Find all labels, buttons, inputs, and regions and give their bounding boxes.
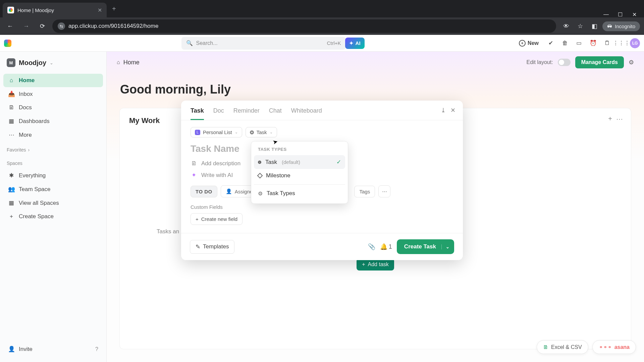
trash-icon[interactable]: 🗑 bbox=[559, 38, 570, 49]
eye-off-icon[interactable]: 👁 bbox=[560, 20, 572, 32]
sparkle-icon: ✦ bbox=[191, 172, 197, 179]
excel-label: Excel & CSV bbox=[551, 344, 582, 350]
add-icon[interactable]: + bbox=[608, 115, 612, 123]
ai-button[interactable]: ✦ AI bbox=[345, 38, 365, 49]
sidebar-item-everything[interactable]: ✱ Everything bbox=[3, 169, 103, 182]
plus-circle-icon: + bbox=[519, 40, 526, 47]
tab-whiteboard[interactable]: Whiteboard bbox=[291, 107, 322, 120]
site-settings-icon[interactable]: ⇆ bbox=[58, 22, 65, 30]
sparkle-icon: ✦ bbox=[349, 40, 354, 46]
tab-title: Home | Moodjoy bbox=[17, 7, 94, 13]
reload-button[interactable]: ⟳ bbox=[36, 20, 48, 32]
notepad-icon[interactable]: 🗒 bbox=[602, 38, 612, 49]
minimize-icon[interactable]: ― bbox=[603, 11, 609, 17]
more-horizontal-icon[interactable]: ⋯ bbox=[616, 115, 623, 123]
new-tab-button[interactable]: + bbox=[107, 5, 121, 13]
help-icon[interactable]: ? bbox=[95, 346, 98, 352]
diamond-icon bbox=[257, 173, 263, 179]
minimize-modal-icon[interactable]: ⤓ bbox=[441, 107, 446, 114]
sidebar-item-team-space[interactable]: 👥 Team Space bbox=[3, 182, 103, 196]
dropdown-item-label: Task Types bbox=[267, 190, 295, 197]
tab-chat[interactable]: Chat bbox=[269, 107, 282, 120]
gear-icon[interactable]: ⚙ bbox=[629, 59, 634, 66]
side-panel-icon[interactable]: ◧ bbox=[588, 20, 600, 32]
invite-button[interactable]: 👤 Invite bbox=[8, 344, 33, 355]
sidebar-item-view-all-spaces[interactable]: ▦ View all Spaces bbox=[3, 196, 103, 210]
sidebar: M Moodjoy ⌄ ⌂ Home 📥 Inbox 🗎 Docs ▦ Dash… bbox=[0, 52, 107, 362]
workspace-switcher[interactable]: M Moodjoy ⌄ bbox=[3, 56, 103, 70]
create-field-label: Create new field bbox=[201, 216, 237, 222]
create-task-button[interactable]: Create Task ⌄ bbox=[397, 239, 454, 254]
chevron-down-icon[interactable]: ⌄ bbox=[441, 244, 449, 249]
browser-tab[interactable]: Home | Moodjoy ✕ bbox=[3, 3, 107, 17]
browser-tab-strip: Home | Moodjoy ✕ + ― ☐ ✕ bbox=[0, 0, 644, 17]
dropdown-item-task-types[interactable]: ⚙ Task Types bbox=[254, 187, 345, 200]
empty-text-prefix: Tasks an bbox=[157, 228, 179, 235]
alarm-icon[interactable]: ⏰ bbox=[588, 38, 598, 49]
dropdown-separator bbox=[254, 184, 345, 185]
task-type-chip[interactable]: Task ⌄ bbox=[246, 127, 277, 137]
close-tab-icon[interactable]: ✕ bbox=[98, 7, 102, 13]
list-selector-chip[interactable]: L Personal List ⌄ bbox=[191, 127, 242, 137]
add-task-button[interactable]: + Add task bbox=[357, 258, 394, 270]
global-search[interactable]: 🔍 Search... Ctrl+K ✦ AI bbox=[181, 37, 346, 50]
tags-pill[interactable]: Tags bbox=[354, 186, 375, 197]
chevron-down-icon: ⌄ bbox=[50, 60, 53, 65]
bookmark-star-icon[interactable]: ☆ bbox=[574, 20, 586, 32]
status-pill[interactable]: TO DO bbox=[191, 186, 217, 197]
sidebar-item-more[interactable]: ⋯ More bbox=[3, 128, 103, 142]
check-circle-icon[interactable]: ✔ bbox=[545, 38, 556, 49]
import-pills: 🗎 Excel & CSV ⚬⚬⚬ asana bbox=[537, 340, 636, 354]
gear-icon: ⚙ bbox=[258, 190, 263, 197]
sidebar-item-label: Docs bbox=[19, 104, 32, 111]
manage-cards-button[interactable]: Manage Cards bbox=[575, 56, 624, 68]
spaces-label: Spaces bbox=[7, 161, 22, 166]
dropdown-item-task[interactable]: Task (default) ✓ bbox=[254, 155, 345, 169]
clickup-logo[interactable] bbox=[4, 40, 11, 47]
close-modal-icon[interactable]: ✕ bbox=[450, 107, 455, 114]
grid-icon: ▦ bbox=[8, 199, 15, 206]
tab-task[interactable]: Task bbox=[191, 107, 204, 120]
sidebar-item-home[interactable]: ⌂ Home bbox=[3, 74, 103, 87]
tab-reminder[interactable]: Reminder bbox=[233, 107, 260, 120]
workspace-name: Moodjoy bbox=[19, 59, 46, 67]
add-description-label: Add description bbox=[201, 160, 240, 167]
workspace-badge: M bbox=[7, 58, 15, 67]
attachment-button[interactable]: 📎 bbox=[368, 243, 375, 250]
asana-pill[interactable]: ⚬⚬⚬ asana bbox=[592, 340, 636, 354]
dashboard-icon: ▦ bbox=[8, 118, 15, 125]
templates-button[interactable]: ✎ Templates bbox=[190, 240, 234, 254]
asana-label: asana bbox=[614, 344, 630, 350]
maximize-icon[interactable]: ☐ bbox=[617, 11, 623, 17]
sidebar-item-dashboards[interactable]: ▦ Dashboards bbox=[3, 114, 103, 128]
back-button[interactable]: ← bbox=[4, 20, 16, 32]
apps-grid-icon[interactable]: ⋮⋮⋮ bbox=[616, 38, 627, 49]
sidebar-item-create-space[interactable]: + Create Space bbox=[3, 210, 103, 223]
chevron-right-icon: › bbox=[28, 147, 30, 153]
edit-layout-toggle[interactable] bbox=[558, 59, 571, 66]
plus-icon: + bbox=[8, 213, 15, 220]
close-window-icon[interactable]: ✕ bbox=[631, 11, 637, 17]
notifications-button[interactable]: 🔔 1 bbox=[380, 243, 392, 250]
dropdown-item-milestone[interactable]: Milestone bbox=[254, 169, 345, 182]
incognito-indicator[interactable]: 🕶 Incognito bbox=[602, 21, 640, 31]
user-avatar[interactable]: LG bbox=[630, 38, 640, 48]
sidebar-item-docs[interactable]: 🗎 Docs bbox=[3, 101, 103, 114]
new-button[interactable]: + New bbox=[516, 38, 542, 49]
tags-label: Tags bbox=[359, 189, 370, 194]
task-type-dropdown: TASK TYPES Task (default) ✓ Milestone ⚙ … bbox=[251, 141, 348, 204]
tab-doc[interactable]: Doc bbox=[213, 107, 224, 120]
forward-button[interactable]: → bbox=[20, 20, 32, 32]
url-bar[interactable]: ⇆ app.clickup.com/9016164592/home bbox=[52, 19, 556, 33]
video-icon[interactable]: ▭ bbox=[574, 38, 584, 49]
new-label: New bbox=[528, 40, 539, 46]
excel-csv-pill[interactable]: 🗎 Excel & CSV bbox=[537, 340, 588, 354]
sidebar-item-inbox[interactable]: 📥 Inbox bbox=[3, 87, 103, 101]
edit-layout-label: Edit layout: bbox=[526, 59, 553, 65]
wand-icon: ✎ bbox=[196, 243, 200, 250]
create-field-button[interactable]: + Create new field bbox=[191, 213, 243, 225]
more-pill[interactable]: ⋯ bbox=[378, 185, 390, 197]
favorites-section[interactable]: Favorites › bbox=[3, 142, 103, 155]
incognito-label: Incognito bbox=[615, 23, 635, 29]
bell-icon: 🔔 bbox=[380, 243, 387, 250]
